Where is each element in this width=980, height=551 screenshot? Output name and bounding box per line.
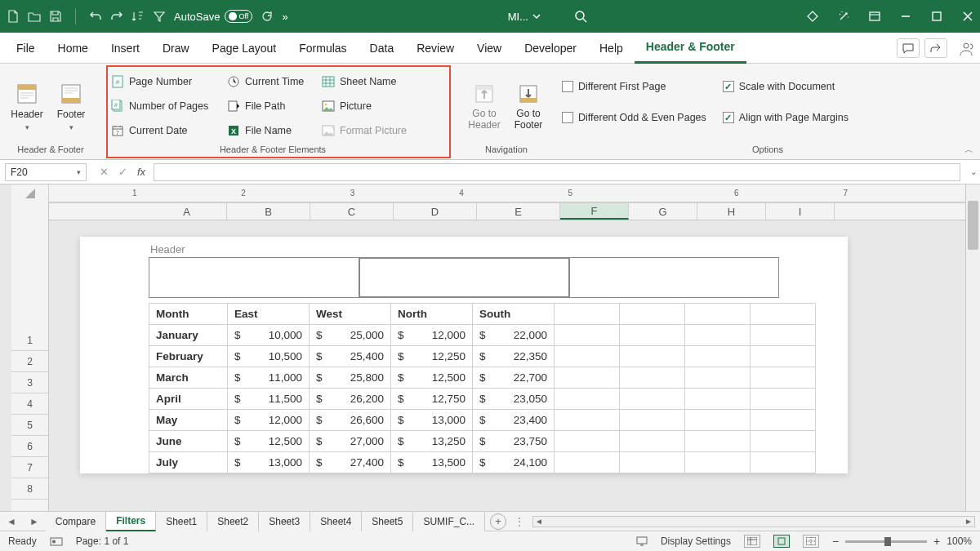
cell[interactable]: $12,000	[228, 410, 310, 431]
tab-view[interactable]: View	[466, 33, 513, 64]
cell[interactable]: $25,400	[310, 346, 391, 367]
cell[interactable]: $12,750	[391, 389, 473, 410]
cell[interactable]	[555, 346, 620, 367]
cell[interactable]	[751, 452, 816, 473]
normal-view-button[interactable]	[744, 535, 760, 548]
macro-recorder-icon[interactable]	[50, 535, 63, 547]
sheet-tab[interactable]: Sheet4	[310, 512, 362, 531]
sheet-tab[interactable]: Sheet5	[362, 512, 413, 531]
cancel-icon[interactable]: ✕	[100, 166, 109, 178]
collapse-ribbon-icon[interactable]: ︿	[964, 144, 973, 156]
cell[interactable]	[620, 367, 685, 389]
row-header[interactable]: 6	[11, 436, 48, 457]
cell[interactable]	[685, 389, 751, 410]
cell[interactable]	[555, 389, 620, 410]
cell[interactable]: $10,000	[228, 325, 310, 346]
refresh-icon[interactable]	[261, 10, 274, 23]
cell[interactable]: $23,750	[473, 431, 555, 452]
cell[interactable]	[620, 452, 685, 473]
row-header[interactable]: 4	[11, 393, 48, 415]
ribbon-display-icon[interactable]	[869, 11, 880, 22]
cell[interactable]	[685, 410, 751, 431]
account-icon[interactable]	[957, 39, 975, 57]
horizontal-scrollbar[interactable]: ◄►	[532, 516, 975, 527]
row-header[interactable]: 2	[11, 351, 48, 372]
maximize-icon[interactable]	[931, 11, 942, 22]
cell[interactable]: $23,050	[473, 389, 555, 410]
tab-developer[interactable]: Developer	[513, 33, 588, 64]
comments-button[interactable]	[897, 38, 920, 58]
cell[interactable]: $25,800	[310, 367, 391, 389]
cell[interactable]: $22,700	[473, 367, 555, 389]
cell[interactable]: $13,000	[391, 410, 473, 431]
column-header[interactable]: H	[697, 203, 766, 220]
tab-review[interactable]: Review	[405, 33, 466, 64]
row-header[interactable]: 8	[11, 478, 48, 500]
undo-icon[interactable]	[89, 10, 102, 23]
scale-with-document-checkbox[interactable]: Scale with Document	[723, 77, 849, 96]
file-name-button[interactable]: X File Name	[224, 121, 315, 140]
cell[interactable]: $22,000	[473, 325, 555, 346]
column-header[interactable]: C	[310, 203, 394, 220]
cell[interactable]: $26,200	[310, 389, 391, 410]
column-header[interactable]: I	[766, 203, 835, 220]
diamond-icon[interactable]	[807, 11, 818, 22]
cell[interactable]: $27,000	[310, 431, 391, 452]
cell[interactable]: June	[149, 431, 228, 452]
sort-icon[interactable]	[131, 10, 145, 23]
share-button[interactable]	[924, 38, 947, 58]
cell[interactable]	[555, 367, 620, 389]
display-settings-label[interactable]: Display Settings	[661, 535, 731, 547]
cell[interactable]: $13,500	[391, 452, 473, 473]
row-header[interactable]: 7	[11, 457, 48, 478]
cell[interactable]	[751, 346, 816, 367]
tab-page-layout[interactable]: Page Layout	[201, 33, 288, 64]
cell[interactable]	[751, 389, 816, 410]
cell[interactable]: March	[149, 367, 228, 389]
cell[interactable]	[751, 410, 816, 431]
close-icon[interactable]	[962, 11, 973, 22]
row-header[interactable]: 3	[11, 372, 48, 393]
fx-label[interactable]: fx	[137, 166, 145, 178]
tab-data[interactable]: Data	[359, 33, 406, 64]
column-header[interactable]: A	[147, 203, 227, 220]
cell[interactable]: $10,500	[228, 346, 310, 367]
cell[interactable]: $11,500	[228, 389, 310, 410]
column-header[interactable]: G	[629, 203, 697, 220]
cell[interactable]: $13,250	[391, 431, 473, 452]
tab-file[interactable]: File	[5, 33, 47, 64]
cell[interactable]	[685, 431, 751, 452]
goto-header-button[interactable]: Go to Header	[464, 67, 505, 141]
open-file-icon[interactable]	[28, 10, 41, 23]
page-break-view-button[interactable]	[803, 535, 819, 548]
row-header[interactable]: 1	[11, 330, 48, 351]
enter-icon[interactable]: ✓	[118, 166, 127, 178]
sheet-tab[interactable]: Compare	[46, 512, 106, 531]
align-with-margins-checkbox[interactable]: Align with Page Margins	[723, 108, 849, 127]
column-header[interactable]: D	[394, 203, 477, 220]
cell[interactable]	[685, 346, 751, 367]
current-date-button[interactable]: 7 Current Date	[108, 121, 220, 140]
redo-icon[interactable]	[110, 10, 123, 23]
cell[interactable]	[685, 367, 751, 389]
cell[interactable]	[620, 389, 685, 410]
sheet-tab[interactable]: Sheet1	[156, 512, 207, 531]
cell[interactable]	[685, 452, 751, 473]
wand-icon[interactable]	[838, 11, 849, 22]
zoom-out-button[interactable]: −	[832, 535, 839, 548]
cell[interactable]: $24,100	[473, 452, 555, 473]
cell[interactable]: $13,000	[228, 452, 310, 473]
cell[interactable]	[751, 431, 816, 452]
cell[interactable]	[620, 346, 685, 367]
cell[interactable]	[555, 325, 620, 346]
cell[interactable]: $27,400	[310, 452, 391, 473]
column-header[interactable]: B	[227, 203, 310, 220]
search-icon[interactable]	[574, 10, 587, 23]
name-box[interactable]: F20 ▾	[5, 163, 87, 181]
cell[interactable]	[685, 325, 751, 346]
cell[interactable]	[751, 367, 816, 389]
cell[interactable]: $25,000	[310, 325, 391, 346]
tab-formulas[interactable]: Formulas	[287, 33, 358, 64]
cell[interactable]: $22,350	[473, 346, 555, 367]
sheet-tab[interactable]: SUMIF_C...	[413, 512, 485, 531]
